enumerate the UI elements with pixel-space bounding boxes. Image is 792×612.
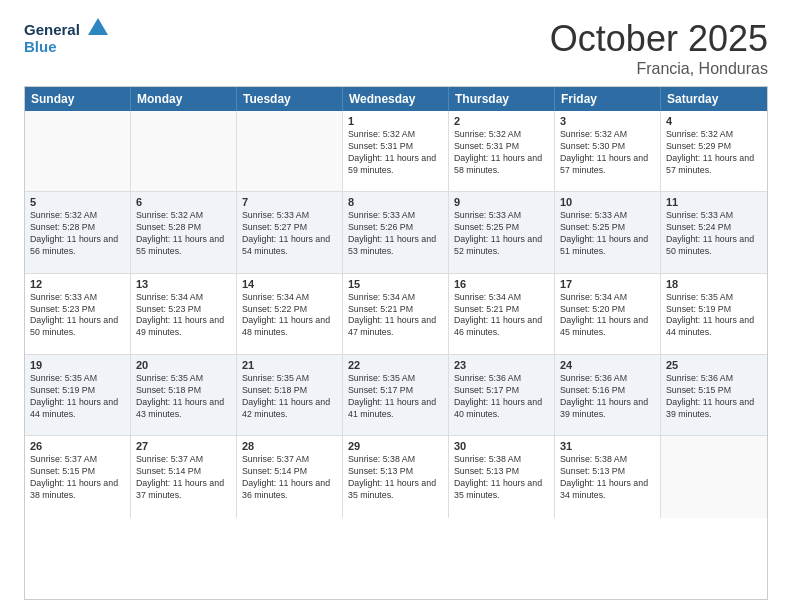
day-info: Sunrise: 5:36 AMSunset: 5:17 PMDaylight:… — [454, 373, 549, 421]
page: General Blue October 2025 Francia, Hondu… — [0, 0, 792, 612]
day-cell-1: 1 Sunrise: 5:32 AMSunset: 5:31 PMDayligh… — [343, 111, 449, 191]
day-number: 18 — [666, 278, 762, 290]
header-sunday: Sunday — [25, 87, 131, 111]
day-cell-18: 18 Sunrise: 5:35 AMSunset: 5:19 PMDaylig… — [661, 274, 767, 354]
day-info: Sunrise: 5:38 AMSunset: 5:13 PMDaylight:… — [560, 454, 655, 502]
day-number: 1 — [348, 115, 443, 127]
header-monday: Monday — [131, 87, 237, 111]
day-info: Sunrise: 5:35 AMSunset: 5:19 PMDaylight:… — [30, 373, 125, 421]
day-cell-27: 27 Sunrise: 5:37 AMSunset: 5:14 PMDaylig… — [131, 436, 237, 517]
day-info: Sunrise: 5:35 AMSunset: 5:19 PMDaylight:… — [666, 292, 762, 340]
day-cell-9: 9 Sunrise: 5:33 AMSunset: 5:25 PMDayligh… — [449, 192, 555, 272]
day-info: Sunrise: 5:33 AMSunset: 5:25 PMDaylight:… — [560, 210, 655, 258]
day-info: Sunrise: 5:34 AMSunset: 5:23 PMDaylight:… — [136, 292, 231, 340]
day-cell-21: 21 Sunrise: 5:35 AMSunset: 5:18 PMDaylig… — [237, 355, 343, 435]
day-number: 20 — [136, 359, 231, 371]
day-number: 24 — [560, 359, 655, 371]
day-info: Sunrise: 5:33 AMSunset: 5:24 PMDaylight:… — [666, 210, 762, 258]
day-number: 11 — [666, 196, 762, 208]
day-cell-empty — [131, 111, 237, 191]
calendar-row: 12 Sunrise: 5:33 AMSunset: 5:23 PMDaylig… — [25, 274, 767, 355]
day-info: Sunrise: 5:34 AMSunset: 5:21 PMDaylight:… — [454, 292, 549, 340]
svg-text:General: General — [24, 21, 80, 38]
header-tuesday: Tuesday — [237, 87, 343, 111]
header-saturday: Saturday — [661, 87, 767, 111]
day-number: 27 — [136, 440, 231, 452]
header-friday: Friday — [555, 87, 661, 111]
svg-text:Blue: Blue — [24, 38, 57, 55]
day-number: 31 — [560, 440, 655, 452]
day-number: 17 — [560, 278, 655, 290]
day-number: 29 — [348, 440, 443, 452]
day-cell-8: 8 Sunrise: 5:33 AMSunset: 5:26 PMDayligh… — [343, 192, 449, 272]
day-cell-22: 22 Sunrise: 5:35 AMSunset: 5:17 PMDaylig… — [343, 355, 449, 435]
day-number: 21 — [242, 359, 337, 371]
day-number: 2 — [454, 115, 549, 127]
day-cell-empty — [661, 436, 767, 517]
day-cell-19: 19 Sunrise: 5:35 AMSunset: 5:19 PMDaylig… — [25, 355, 131, 435]
day-info: Sunrise: 5:32 AMSunset: 5:28 PMDaylight:… — [136, 210, 231, 258]
day-info: Sunrise: 5:32 AMSunset: 5:31 PMDaylight:… — [454, 129, 549, 177]
day-number: 14 — [242, 278, 337, 290]
day-info: Sunrise: 5:34 AMSunset: 5:20 PMDaylight:… — [560, 292, 655, 340]
day-number: 16 — [454, 278, 549, 290]
day-cell-5: 5 Sunrise: 5:32 AMSunset: 5:28 PMDayligh… — [25, 192, 131, 272]
calendar-row: 1 Sunrise: 5:32 AMSunset: 5:31 PMDayligh… — [25, 111, 767, 192]
day-info: Sunrise: 5:37 AMSunset: 5:14 PMDaylight:… — [136, 454, 231, 502]
day-cell-12: 12 Sunrise: 5:33 AMSunset: 5:23 PMDaylig… — [25, 274, 131, 354]
day-cell-20: 20 Sunrise: 5:35 AMSunset: 5:18 PMDaylig… — [131, 355, 237, 435]
day-cell-17: 17 Sunrise: 5:34 AMSunset: 5:20 PMDaylig… — [555, 274, 661, 354]
day-cell-16: 16 Sunrise: 5:34 AMSunset: 5:21 PMDaylig… — [449, 274, 555, 354]
day-info: Sunrise: 5:33 AMSunset: 5:23 PMDaylight:… — [30, 292, 125, 340]
day-cell-2: 2 Sunrise: 5:32 AMSunset: 5:31 PMDayligh… — [449, 111, 555, 191]
day-info: Sunrise: 5:35 AMSunset: 5:18 PMDaylight:… — [242, 373, 337, 421]
day-cell-empty — [25, 111, 131, 191]
day-info: Sunrise: 5:36 AMSunset: 5:15 PMDaylight:… — [666, 373, 762, 421]
day-cell-11: 11 Sunrise: 5:33 AMSunset: 5:24 PMDaylig… — [661, 192, 767, 272]
day-cell-25: 25 Sunrise: 5:36 AMSunset: 5:15 PMDaylig… — [661, 355, 767, 435]
calendar-body: 1 Sunrise: 5:32 AMSunset: 5:31 PMDayligh… — [25, 111, 767, 599]
calendar: Sunday Monday Tuesday Wednesday Thursday… — [24, 86, 768, 600]
day-cell-10: 10 Sunrise: 5:33 AMSunset: 5:25 PMDaylig… — [555, 192, 661, 272]
day-number: 15 — [348, 278, 443, 290]
header-thursday: Thursday — [449, 87, 555, 111]
day-cell-4: 4 Sunrise: 5:32 AMSunset: 5:29 PMDayligh… — [661, 111, 767, 191]
day-info: Sunrise: 5:36 AMSunset: 5:16 PMDaylight:… — [560, 373, 655, 421]
header: General Blue October 2025 Francia, Hondu… — [24, 18, 768, 78]
day-cell-31: 31 Sunrise: 5:38 AMSunset: 5:13 PMDaylig… — [555, 436, 661, 517]
day-number: 13 — [136, 278, 231, 290]
day-number: 12 — [30, 278, 125, 290]
day-number: 28 — [242, 440, 337, 452]
header-wednesday: Wednesday — [343, 87, 449, 111]
logo: General Blue — [24, 18, 124, 58]
day-number: 10 — [560, 196, 655, 208]
day-info: Sunrise: 5:38 AMSunset: 5:13 PMDaylight:… — [348, 454, 443, 502]
calendar-row: 19 Sunrise: 5:35 AMSunset: 5:19 PMDaylig… — [25, 355, 767, 436]
day-cell-23: 23 Sunrise: 5:36 AMSunset: 5:17 PMDaylig… — [449, 355, 555, 435]
day-number: 4 — [666, 115, 762, 127]
day-cell-29: 29 Sunrise: 5:38 AMSunset: 5:13 PMDaylig… — [343, 436, 449, 517]
calendar-row: 26 Sunrise: 5:37 AMSunset: 5:15 PMDaylig… — [25, 436, 767, 517]
day-cell-26: 26 Sunrise: 5:37 AMSunset: 5:15 PMDaylig… — [25, 436, 131, 517]
day-cell-empty — [237, 111, 343, 191]
day-number: 25 — [666, 359, 762, 371]
month-title: October 2025 — [550, 18, 768, 60]
svg-marker-1 — [88, 18, 108, 35]
day-info: Sunrise: 5:34 AMSunset: 5:21 PMDaylight:… — [348, 292, 443, 340]
title-block: October 2025 Francia, Honduras — [550, 18, 768, 78]
day-info: Sunrise: 5:38 AMSunset: 5:13 PMDaylight:… — [454, 454, 549, 502]
day-cell-24: 24 Sunrise: 5:36 AMSunset: 5:16 PMDaylig… — [555, 355, 661, 435]
day-cell-30: 30 Sunrise: 5:38 AMSunset: 5:13 PMDaylig… — [449, 436, 555, 517]
day-number: 8 — [348, 196, 443, 208]
logo-svg: General Blue — [24, 18, 124, 58]
day-info: Sunrise: 5:32 AMSunset: 5:29 PMDaylight:… — [666, 129, 762, 177]
day-number: 5 — [30, 196, 125, 208]
location-subtitle: Francia, Honduras — [550, 60, 768, 78]
day-cell-7: 7 Sunrise: 5:33 AMSunset: 5:27 PMDayligh… — [237, 192, 343, 272]
day-cell-28: 28 Sunrise: 5:37 AMSunset: 5:14 PMDaylig… — [237, 436, 343, 517]
logo-brand: General Blue — [24, 18, 124, 58]
day-info: Sunrise: 5:32 AMSunset: 5:30 PMDaylight:… — [560, 129, 655, 177]
day-number: 23 — [454, 359, 549, 371]
day-cell-14: 14 Sunrise: 5:34 AMSunset: 5:22 PMDaylig… — [237, 274, 343, 354]
calendar-header: Sunday Monday Tuesday Wednesday Thursday… — [25, 87, 767, 111]
